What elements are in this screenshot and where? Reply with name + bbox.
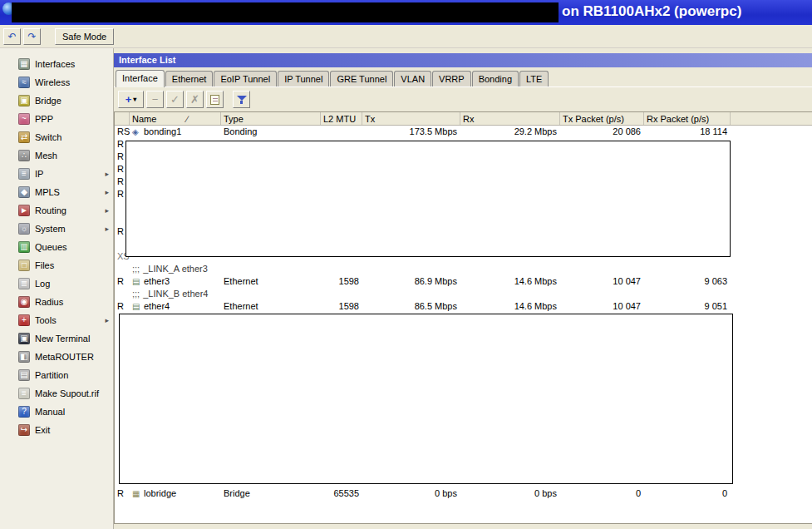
tab-bonding[interactable]: Bonding [472,71,519,87]
comment-row[interactable]: ;;;_LINK_B ether4 [115,288,812,300]
redaction-box [125,141,731,257]
column-header-name[interactable]: Name∕ [130,112,221,125]
sidebar-item-label: Queues [35,242,109,252]
sidebar-item-label: Log [35,279,109,289]
redo-button[interactable]: ↷ [23,28,41,45]
sidebar-item-make-supout-rif[interactable]: ≡Make Supout.rif [0,384,113,403]
cell-tx: 173.5 Mbps [362,126,460,138]
filter-button[interactable] [233,91,250,108]
sidebar-item-exit[interactable]: ↪Exit [0,421,113,439]
cell-l2mtu [321,126,362,138]
table-header: Name∕TypeL2 MTUTxRxTx Packet (p/s)Rx Pac… [115,112,812,126]
comment-marker: ;;; [132,264,140,274]
tab-vrrp[interactable]: VRRP [432,71,471,87]
sidebar-item-queues[interactable]: ▥Queues [0,238,113,256]
ip-icon: ≡ [18,168,30,180]
comment-marker: ;;; [132,289,140,299]
column-header-rxp[interactable]: Rx Packet (p/s) [644,112,731,125]
chevron-right-icon: ▸ [105,316,109,324]
column-header-txp[interactable]: Tx Packet (p/s) [560,112,644,125]
cell-tx: 86.9 Mbps [362,275,460,288]
queues-icon: ▥ [18,241,30,253]
table-row-lobridge[interactable]: R▦lobridgeBridge655350 bps0 bps00 [115,487,812,500]
column-header-l2mtu[interactable]: L2 MTU [321,112,362,125]
tab-vlan[interactable]: VLAN [394,71,431,87]
comment-button[interactable] [206,91,224,108]
sidebar-item-ppp[interactable]: ~PPP [0,110,113,128]
sidebar-item-manual[interactable]: ?Manual [0,403,113,421]
sidebar-item-label: New Terminal [35,334,109,344]
cell-rxp: 9 051 [644,300,731,313]
tab-ip-tunnel[interactable]: IP Tunnel [278,71,329,87]
chevron-right-icon: ▸ [105,170,109,178]
tab-lte[interactable]: LTE [519,71,549,87]
comment-row[interactable]: ;;;_LINK_A ether3 [115,263,812,275]
interface-list-window: Interface List InterfaceEthernetEoIP Tun… [114,48,812,529]
main-toolbar: ↶ ↷ Safe Mode [0,25,812,48]
cell-type: Ethernet [221,275,321,288]
action-toolbar: + ▾ − ✓ ✗ [114,87,812,111]
sidebar-item-label: MetaROUTER [35,352,109,362]
row-comment-text: ;;;_LINK_B ether4 [130,288,211,300]
cell-rxp: 9 063 [644,275,731,288]
table-row-bonding1[interactable]: RS◈bonding1Bonding173.5 Mbps29.2 Mbps20 … [115,126,812,138]
interface-icon: ▤ [132,275,141,288]
sidebar-item-wireless[interactable]: ≈Wireless [0,73,113,91]
undo-button[interactable]: ↶ [3,28,21,45]
cell-l2mtu: 1598 [321,275,362,288]
tab-gre-tunnel[interactable]: GRE Tunnel [330,71,393,87]
cell-name: ◈bonding1 [130,126,221,138]
remove-button[interactable]: − [146,91,164,108]
comment-icon [210,95,219,105]
sidebar-item-interfaces[interactable]: ▦Interfaces [0,55,113,73]
column-header-type[interactable]: Type [221,112,321,125]
sidebar-item-label: Partition [35,370,109,380]
sidebar-item-routing[interactable]: ►Routing▸ [0,201,113,220]
safe-mode-button[interactable]: Safe Mode [55,28,114,45]
sidebar-item-ip[interactable]: ≡IP▸ [0,165,113,183]
column-header-tx[interactable]: Tx [362,112,460,125]
sidebar-item-radius[interactable]: ◉Radius [0,293,113,311]
column-header-flags [115,112,130,125]
enable-button[interactable]: ✓ [166,91,184,108]
interface-list-titlebar[interactable]: Interface List [114,53,812,67]
tab-eoip-tunnel[interactable]: EoIP Tunnel [214,71,277,87]
sidebar-item-log[interactable]: ≣Log [0,274,113,293]
cell-l2mtu: 1598 [321,300,362,313]
make-supout-icon: ≡ [18,388,30,399]
table-row-ether4[interactable]: R▤ether4Ethernet159886.5 Mbps14.6 Mbps10… [115,300,812,313]
sidebar-item-label: Exit [35,425,109,435]
sidebar-item-new-terminal[interactable]: ▣New Terminal [0,329,113,348]
sidebar-item-tools[interactable]: +Tools▸ [0,311,113,329]
column-header-rx[interactable]: Rx [460,112,560,125]
sidebar-item-mpls[interactable]: ◆MPLS▸ [0,183,113,201]
cell-name: ▤ether4 [130,300,221,313]
interface-table: Name∕TypeL2 MTUTxRxTx Packet (p/s)Rx Pac… [114,111,812,524]
content-area: ▦Interfaces≈Wireless▣Bridge~PPP⇄Switch∴M… [0,48,812,529]
row-flags [115,263,130,275]
table-row-ether3[interactable]: R▤ether3Ethernet159886.9 Mbps14.6 Mbps10… [115,275,812,288]
table-body: RS◈bonding1Bonding173.5 Mbps29.2 Mbps20 … [115,126,812,500]
sort-indicator-icon: ∕ [186,114,188,124]
sidebar-item-metarouter[interactable]: ◧MetaROUTER [0,348,113,366]
sidebar-item-bridge[interactable]: ▣Bridge [0,91,113,110]
row-flags: R [115,275,130,288]
filter-funnel-icon [237,96,247,104]
sidebar-item-switch[interactable]: ⇄Switch [0,128,113,146]
sidebar-item-system[interactable]: ☼System▸ [0,220,113,238]
sidebar-item-mesh[interactable]: ∴Mesh [0,146,113,165]
tab-interface[interactable]: Interface [116,70,165,87]
sidebar-item-partition[interactable]: ▤Partition [0,366,113,384]
sidebar-item-label: Make Supout.rif [35,388,109,398]
sidebar-item-label: Switch [35,132,109,142]
sidebar-item-files[interactable]: □Files [0,256,113,274]
cell-rx: 14.6 Mbps [460,300,560,313]
cell-rx: 0 bps [460,487,560,500]
row-flags: RS [115,126,130,138]
tab-ethernet[interactable]: Ethernet [165,71,214,87]
add-button[interactable]: + ▾ [118,91,144,108]
cell-type: Bonding [221,126,321,138]
cell-rx: 14.6 Mbps [460,275,560,288]
sidebar-item-label: Tools [35,315,105,325]
disable-button[interactable]: ✗ [186,91,204,108]
